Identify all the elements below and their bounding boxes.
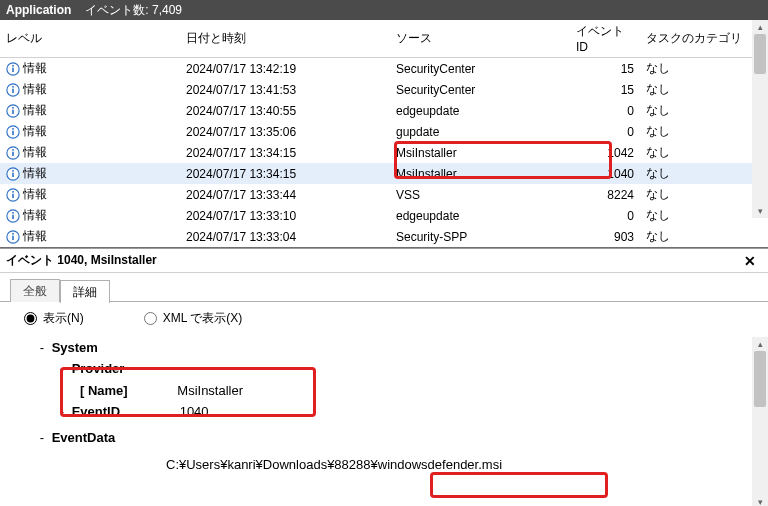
table-row[interactable]: 情報2024/07/17 13:33:10edgeupdate0なし	[0, 205, 768, 226]
detail-pane-header: イベント 1040, MsiInstaller ✕	[0, 249, 768, 273]
tab-details[interactable]: 詳細	[60, 280, 110, 303]
radio-xml-label: XML で表示(X)	[163, 310, 243, 327]
radio-xml-input[interactable]	[144, 312, 157, 325]
tree-provider: Provider	[72, 361, 125, 376]
svg-rect-22	[12, 215, 14, 219]
radio-xml[interactable]: XML で表示(X)	[144, 310, 243, 327]
tree-eventdata: EventData	[52, 430, 116, 445]
event-list-panel: レベル 日付と時刻 ソース イベント ID タスクのカテゴリ 情報2024/07…	[0, 20, 768, 247]
info-icon	[6, 230, 20, 244]
detail-scrollbar[interactable]: ▴ ▾	[752, 337, 768, 506]
scroll-up-icon[interactable]: ▴	[752, 20, 768, 34]
svg-point-20	[12, 191, 14, 193]
svg-rect-4	[12, 89, 14, 93]
table-header-row: レベル 日付と時刻 ソース イベント ID タスクのカテゴリ	[0, 20, 768, 58]
path-prefix: C:¥Users¥kanri¥Downloads¥88288¥	[166, 457, 378, 472]
detail-title: イベント 1040, MsiInstaller	[6, 252, 157, 269]
svg-rect-19	[12, 194, 14, 198]
svg-point-14	[12, 149, 14, 151]
event-count: イベント数: 7,409	[85, 2, 182, 19]
tree-system: System	[52, 340, 98, 355]
app-title: Application	[6, 3, 71, 17]
table-row[interactable]: 情報2024/07/17 13:34:15MsiInstaller1042なし	[0, 142, 768, 163]
detail-body: - System - Provider [ Name] MsiInstaller…	[0, 337, 768, 506]
svg-point-5	[12, 86, 14, 88]
table-row[interactable]: 情報2024/07/17 13:34:15MsiInstaller1040なし	[0, 163, 768, 184]
table-row[interactable]: 情報2024/07/17 13:35:06gupdate0なし	[0, 121, 768, 142]
detail-scroll-up-icon[interactable]: ▴	[752, 337, 768, 351]
svg-rect-13	[12, 152, 14, 156]
svg-rect-16	[12, 173, 14, 177]
table-row[interactable]: 情報2024/07/17 13:33:04Security-SPP903なし	[0, 226, 768, 247]
provider-name-value: MsiInstaller	[177, 380, 243, 401]
path-file: windowsdefender.msi	[378, 457, 502, 472]
detail-scroll-thumb[interactable]	[754, 351, 766, 407]
info-icon	[6, 167, 20, 181]
radio-friendly[interactable]: 表示(N)	[24, 310, 84, 327]
table-row[interactable]: 情報2024/07/17 13:40:55edgeupdate0なし	[0, 100, 768, 121]
table-row[interactable]: 情報2024/07/17 13:41:53SecurityCenter15なし	[0, 79, 768, 100]
info-icon	[6, 83, 20, 97]
tab-general[interactable]: 全般	[10, 279, 60, 302]
svg-point-8	[12, 107, 14, 109]
radio-friendly-input[interactable]	[24, 312, 37, 325]
info-icon	[6, 209, 20, 223]
list-scrollbar[interactable]: ▴ ▾	[752, 20, 768, 218]
info-icon	[6, 146, 20, 160]
provider-name-label: [ Name]	[80, 383, 128, 398]
col-header-date[interactable]: 日付と時刻	[180, 20, 390, 58]
svg-rect-25	[12, 236, 14, 240]
info-icon	[6, 104, 20, 118]
close-icon[interactable]: ✕	[740, 253, 760, 269]
svg-point-17	[12, 170, 14, 172]
svg-rect-1	[12, 68, 14, 72]
scroll-thumb[interactable]	[754, 34, 766, 74]
col-header-id[interactable]: イベント ID	[570, 20, 640, 58]
svg-point-11	[12, 128, 14, 130]
col-header-source[interactable]: ソース	[390, 20, 570, 58]
radio-friendly-label: 表示(N)	[43, 310, 84, 327]
info-icon	[6, 125, 20, 139]
svg-point-23	[12, 212, 14, 214]
eventdata-path: C:¥Users¥kanri¥Downloads¥88288¥windowsde…	[166, 454, 502, 475]
col-header-level[interactable]: レベル	[0, 20, 180, 58]
table-row[interactable]: 情報2024/07/17 13:42:19SecurityCenter15なし	[0, 58, 768, 80]
scroll-down-icon[interactable]: ▾	[752, 204, 768, 218]
view-mode-row: 表示(N) XML で表示(X)	[0, 302, 768, 337]
eventid-label: EventID	[72, 404, 120, 419]
col-header-cat[interactable]: タスクのカテゴリ	[640, 20, 768, 58]
info-icon	[6, 62, 20, 76]
svg-rect-7	[12, 110, 14, 114]
table-row[interactable]: 情報2024/07/17 13:33:44VSS8224なし	[0, 184, 768, 205]
detail-tabs: 全般 詳細	[10, 279, 768, 302]
svg-point-2	[12, 65, 14, 67]
event-table: レベル 日付と時刻 ソース イベント ID タスクのカテゴリ 情報2024/07…	[0, 20, 768, 247]
svg-point-26	[12, 233, 14, 235]
svg-rect-10	[12, 131, 14, 135]
title-bar: Application イベント数: 7,409	[0, 0, 768, 20]
info-icon	[6, 188, 20, 202]
detail-scroll-down-icon[interactable]: ▾	[752, 495, 768, 506]
eventid-value: 1040	[180, 401, 209, 422]
